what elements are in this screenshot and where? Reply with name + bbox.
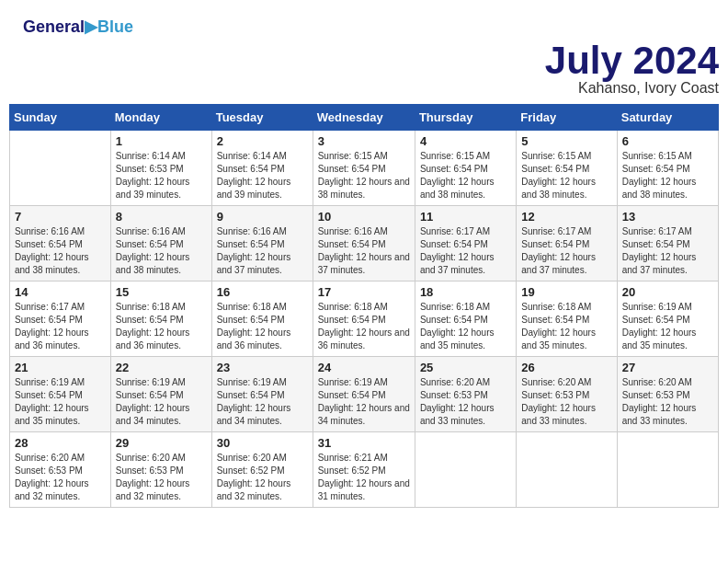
cell-info: Sunrise: 6:21 AMSunset: 6:52 PMDaylight:… [318,452,410,503]
cell-date: 9 [217,210,308,224]
calendar-cell: 29Sunrise: 6:20 AMSunset: 6:53 PMDayligh… [110,431,211,507]
day-header-wednesday: Wednesday [313,104,415,130]
cell-date: 23 [217,361,308,374]
cell-date: 6 [622,134,713,148]
calendar-cell: 15Sunrise: 6:18 AMSunset: 6:54 PMDayligh… [110,281,211,356]
calendar-cell: 6Sunrise: 6:15 AMSunset: 6:54 PMDaylight… [617,130,718,205]
cell-date: 14 [15,285,106,299]
calendar-cell: 1Sunrise: 6:14 AMSunset: 6:53 PMDaylight… [110,130,211,205]
logo-subtext: Blue [97,18,133,37]
cell-info: Sunrise: 6:20 AMSunset: 6:53 PMDaylight:… [420,376,511,428]
cell-info: Sunrise: 6:18 AMSunset: 6:54 PMDaylight:… [217,301,308,352]
calendar-cell: 24Sunrise: 6:19 AMSunset: 6:54 PMDayligh… [313,356,415,431]
cell-date: 21 [15,361,106,374]
cell-date: 11 [420,210,511,224]
calendar-cell: 9Sunrise: 6:16 AMSunset: 6:54 PMDaylight… [211,205,313,281]
cell-info: Sunrise: 6:20 AMSunset: 6:52 PMDaylight:… [217,452,308,503]
calendar-cell: 27Sunrise: 6:20 AMSunset: 6:53 PMDayligh… [617,356,718,431]
cell-date: 8 [116,210,207,224]
cell-date: 2 [217,134,308,148]
cell-info: Sunrise: 6:16 AMSunset: 6:54 PMDaylight:… [15,225,106,277]
calendar-cell [415,431,516,507]
logo: General▶ Blue [23,18,133,37]
calendar-cell: 28Sunrise: 6:20 AMSunset: 6:53 PMDayligh… [10,431,111,507]
cell-info: Sunrise: 6:14 AMSunset: 6:54 PMDaylight:… [217,150,308,201]
cell-date: 16 [217,285,308,299]
logo-text: General▶ [23,18,97,37]
cell-date: 10 [318,210,410,224]
cell-date: 30 [217,436,308,450]
cell-info: Sunrise: 6:18 AMSunset: 6:54 PMDaylight:… [318,301,410,352]
week-row-4: 21Sunrise: 6:19 AMSunset: 6:54 PMDayligh… [10,356,719,431]
cell-info: Sunrise: 6:19 AMSunset: 6:54 PMDaylight:… [622,301,713,352]
cell-date: 1 [116,134,207,148]
cell-info: Sunrise: 6:20 AMSunset: 6:53 PMDaylight:… [521,376,611,428]
calendar-cell [10,130,111,205]
cell-info: Sunrise: 6:19 AMSunset: 6:54 PMDaylight:… [15,376,106,428]
cell-date: 7 [15,210,106,224]
calendar-cell [617,431,718,507]
calendar-cell: 5Sunrise: 6:15 AMSunset: 6:54 PMDaylight… [517,130,617,205]
calendar-cell: 14Sunrise: 6:17 AMSunset: 6:54 PMDayligh… [10,281,111,356]
page-header: General▶ Blue [9,9,719,41]
cell-info: Sunrise: 6:17 AMSunset: 6:54 PMDaylight:… [622,225,713,277]
day-header-monday: Monday [110,104,211,130]
calendar-cell: 19Sunrise: 6:18 AMSunset: 6:54 PMDayligh… [517,281,617,356]
cell-info: Sunrise: 6:17 AMSunset: 6:54 PMDaylight:… [15,301,106,352]
cell-date: 20 [622,285,713,299]
cell-date: 22 [116,361,207,374]
cell-date: 27 [622,361,713,374]
cell-info: Sunrise: 6:18 AMSunset: 6:54 PMDaylight:… [420,301,511,352]
calendar-cell: 2Sunrise: 6:14 AMSunset: 6:54 PMDaylight… [211,130,313,205]
cell-info: Sunrise: 6:18 AMSunset: 6:54 PMDaylight:… [521,301,611,352]
cell-info: Sunrise: 6:19 AMSunset: 6:54 PMDaylight:… [217,376,308,428]
cell-date: 12 [521,210,611,224]
calendar-cell: 21Sunrise: 6:19 AMSunset: 6:54 PMDayligh… [10,356,111,431]
cell-info: Sunrise: 6:17 AMSunset: 6:54 PMDaylight:… [521,225,611,277]
header-row: SundayMondayTuesdayWednesdayThursdayFrid… [10,104,719,130]
calendar-cell: 11Sunrise: 6:17 AMSunset: 6:54 PMDayligh… [415,205,516,281]
calendar-cell [517,431,617,507]
week-row-3: 14Sunrise: 6:17 AMSunset: 6:54 PMDayligh… [10,281,719,356]
cell-info: Sunrise: 6:15 AMSunset: 6:54 PMDaylight:… [622,150,713,201]
cell-date: 28 [15,436,106,450]
cell-date: 3 [318,134,410,148]
cell-date: 5 [521,134,611,148]
week-row-5: 28Sunrise: 6:20 AMSunset: 6:53 PMDayligh… [10,431,719,507]
cell-info: Sunrise: 6:20 AMSunset: 6:53 PMDaylight:… [15,452,106,503]
cell-date: 18 [420,285,511,299]
cell-date: 31 [318,436,410,450]
day-header-saturday: Saturday [617,104,718,130]
calendar-cell: 13Sunrise: 6:17 AMSunset: 6:54 PMDayligh… [617,205,718,281]
cell-date: 15 [116,285,207,299]
calendar-cell: 8Sunrise: 6:16 AMSunset: 6:54 PMDaylight… [110,205,211,281]
cell-date: 4 [420,134,511,148]
cell-info: Sunrise: 6:14 AMSunset: 6:53 PMDaylight:… [116,150,207,201]
cell-info: Sunrise: 6:16 AMSunset: 6:54 PMDaylight:… [116,225,207,277]
calendar-cell: 12Sunrise: 6:17 AMSunset: 6:54 PMDayligh… [517,205,617,281]
calendar-cell: 26Sunrise: 6:20 AMSunset: 6:53 PMDayligh… [517,356,617,431]
calendar-cell: 31Sunrise: 6:21 AMSunset: 6:52 PMDayligh… [313,431,415,507]
title-block: July 2024 Kahanso, Ivory Coast [9,41,719,97]
cell-date: 24 [318,361,410,374]
calendar-cell: 25Sunrise: 6:20 AMSunset: 6:53 PMDayligh… [415,356,516,431]
cell-date: 29 [116,436,207,450]
cell-info: Sunrise: 6:19 AMSunset: 6:54 PMDaylight:… [318,376,410,428]
calendar-cell: 16Sunrise: 6:18 AMSunset: 6:54 PMDayligh… [211,281,313,356]
cell-info: Sunrise: 6:15 AMSunset: 6:54 PMDaylight:… [420,150,511,201]
calendar-cell: 30Sunrise: 6:20 AMSunset: 6:52 PMDayligh… [211,431,313,507]
cell-info: Sunrise: 6:19 AMSunset: 6:54 PMDaylight:… [116,376,207,428]
cell-info: Sunrise: 6:20 AMSunset: 6:53 PMDaylight:… [116,452,207,503]
calendar-table: SundayMondayTuesdayWednesdayThursdayFrid… [9,104,719,508]
week-row-2: 7Sunrise: 6:16 AMSunset: 6:54 PMDaylight… [10,205,719,281]
cell-info: Sunrise: 6:17 AMSunset: 6:54 PMDaylight:… [420,225,511,277]
cell-info: Sunrise: 6:20 AMSunset: 6:53 PMDaylight:… [622,376,713,428]
calendar-cell: 22Sunrise: 6:19 AMSunset: 6:54 PMDayligh… [110,356,211,431]
week-row-1: 1Sunrise: 6:14 AMSunset: 6:53 PMDaylight… [10,130,719,205]
calendar-cell: 17Sunrise: 6:18 AMSunset: 6:54 PMDayligh… [313,281,415,356]
cell-info: Sunrise: 6:16 AMSunset: 6:54 PMDaylight:… [318,225,410,277]
calendar-cell: 7Sunrise: 6:16 AMSunset: 6:54 PMDaylight… [10,205,111,281]
calendar-cell: 23Sunrise: 6:19 AMSunset: 6:54 PMDayligh… [211,356,313,431]
cell-info: Sunrise: 6:18 AMSunset: 6:54 PMDaylight:… [116,301,207,352]
calendar-cell: 3Sunrise: 6:15 AMSunset: 6:54 PMDaylight… [313,130,415,205]
